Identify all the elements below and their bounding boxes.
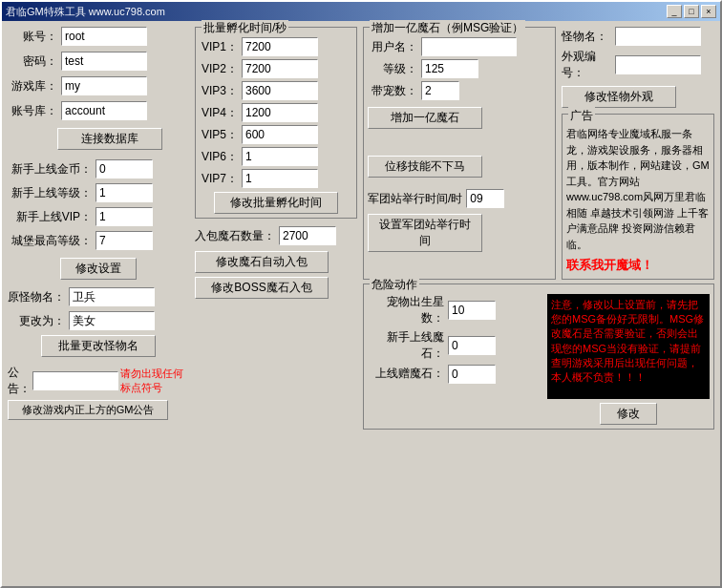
vip7-row: VIP7： [200, 169, 352, 188]
accountdb-row: 账号库： [8, 101, 189, 120]
monster-section: 原怪物名： 更改为： 批量更改怪物名 [8, 287, 189, 357]
window-title: 君临GM特殊工具 www.uc798.com [6, 5, 165, 19]
add-magic-button[interactable]: 增加一亿魔石 [368, 107, 482, 129]
modify-settings-button[interactable]: 修改设置 [60, 258, 137, 280]
newplayer-vip-input[interactable] [96, 207, 153, 226]
castle-max-input[interactable] [96, 231, 153, 250]
batch-change-monster-button[interactable]: 批量更改怪物名 [41, 335, 156, 357]
original-monster-input[interactable] [69, 287, 155, 306]
close-button[interactable]: × [701, 5, 716, 18]
ad-title: 广告 [568, 107, 595, 124]
external-code-label: 外观编号： [562, 49, 611, 81]
vip4-row: VIP4： [200, 103, 352, 122]
pet-star-label: 宠物出生星数： [368, 294, 444, 326]
vip3-label: VIP3： [200, 83, 238, 99]
gamedb-input[interactable] [61, 76, 147, 95]
level-row: 等级： [368, 59, 551, 78]
newplayer-magic-label: 新手上线魔石： [368, 329, 444, 362]
username-label: 用户名： [368, 39, 417, 55]
external-code-input[interactable] [615, 55, 701, 74]
change-to-label: 更改为： [8, 313, 65, 329]
account-row: 账号： [8, 27, 189, 46]
army-time-row: 军团站举行时间/时 [368, 189, 551, 208]
middle-column: 批量孵化时间/秒 VIP1： VIP2： VIP3： VIP4： [195, 27, 357, 580]
vip6-row: VIP6： [200, 147, 352, 166]
modify-batch-hatch-button[interactable]: 修改批量孵化时间 [214, 192, 338, 214]
right-side: 怪物名： 外观编号： 修改怪物外观 广告 君临网络专业魔域私服一条龙，游戏架设服… [562, 27, 714, 280]
monster-name-label: 怪物名： [562, 29, 611, 45]
maximize-button[interactable]: □ [684, 5, 699, 18]
password-input[interactable] [61, 52, 147, 71]
modify-boss-magic-button[interactable]: 修改BOSS魔石入包 [195, 277, 329, 299]
move-skill-button[interactable]: 位移技能不下马 [368, 156, 482, 178]
online-gift-input[interactable] [448, 365, 496, 384]
level-input[interactable] [421, 59, 478, 78]
pet-star-row: 宠物出生星数： [368, 294, 542, 326]
newplayer-vip-label: 新手上线VIP： [8, 209, 92, 225]
vip7-label: VIP7： [200, 171, 238, 187]
castle-max-row: 城堡最高等级： [8, 231, 189, 250]
window-controls: _ □ × [667, 5, 716, 18]
right-column: 增加一亿魔石（例MSG验证） 用户名： 等级： 带宠数： 增加一亿魔石 [363, 27, 714, 580]
entry-magic-input[interactable] [279, 226, 336, 245]
gamedb-row: 游戏库： [8, 76, 189, 95]
pet-count-input[interactable] [421, 81, 459, 100]
connect-button[interactable]: 连接数据库 [57, 128, 162, 150]
army-label: 军团站举行时间/时 [368, 191, 462, 207]
newplayer-section: 新手上线金币： 新手上线等级： 新手上线VIP： 城堡最高等级： [8, 159, 189, 252]
left-column: 账号： 密码： 游戏库： 账号库： 连接数据库 新手上线金币： [8, 27, 189, 580]
vip2-row: VIP2： [200, 59, 352, 78]
username-input[interactable] [421, 37, 517, 56]
castle-max-label: 城堡最高等级： [8, 233, 92, 249]
vip4-input[interactable] [242, 103, 318, 122]
warning-and-modify: 注意，修改以上设置前，请先把您的MSG备份好无限制。MSG修改魔石是否需要验证，… [547, 294, 710, 425]
newplayer-level-input[interactable] [96, 183, 153, 202]
entry-magic-row: 入包魔石数量： [195, 226, 357, 245]
modify-announcement-button[interactable]: 修改游戏内正上方的GM公告 [8, 400, 168, 420]
newplayer-magic-input[interactable] [448, 336, 496, 355]
vip4-label: VIP4： [200, 105, 238, 121]
monster-name-section: 怪物名： 外观编号： 修改怪物外观 [562, 27, 714, 110]
vip1-input[interactable] [242, 37, 318, 56]
password-label: 密码： [8, 53, 57, 70]
ad-text: 君临网络专业魔域私服一条龙，游戏架设服务，服务器相用，版本制作，网站建设，GM工… [566, 126, 710, 252]
set-army-button[interactable]: 设置军团站举行时间 [368, 214, 482, 252]
modify-appearance-button[interactable]: 修改怪物外观 [562, 86, 676, 108]
level-label: 等级： [368, 61, 417, 77]
vip2-input[interactable] [242, 59, 318, 78]
newplayer-gold-label: 新手上线金币： [8, 161, 92, 178]
newplayer-level-label: 新手上线等级： [8, 185, 92, 201]
vip5-label: VIP5： [200, 127, 238, 143]
external-code-row: 外观编号： [562, 49, 714, 81]
change-to-input[interactable] [69, 311, 155, 330]
warning-box: 注意，修改以上设置前，请先把您的MSG备份好无限制。MSG修改魔石是否需要验证，… [547, 294, 710, 399]
vip2-label: VIP2： [200, 61, 238, 77]
minimize-button[interactable]: _ [667, 5, 682, 18]
original-monster-row: 原怪物名： [8, 287, 189, 306]
vip3-input[interactable] [242, 81, 318, 100]
modify-magic-auto-button[interactable]: 修改魔石自动入包 [195, 251, 329, 273]
ad-box: 广告 君临网络专业魔域私服一条龙，游戏架设服务，服务器相用，版本制作，网站建设，… [562, 114, 714, 280]
accountdb-input[interactable] [61, 101, 147, 120]
monster-name-input[interactable] [615, 27, 701, 46]
magic-stone-box: 增加一亿魔石（例MSG验证） 用户名： 等级： 带宠数： 增加一亿魔石 [363, 27, 556, 280]
title-bar: 君临GM特殊工具 www.uc798.com _ □ × [2, 2, 720, 21]
newplayer-gold-input[interactable] [96, 159, 153, 178]
newplayer-level-row: 新手上线等级： [8, 183, 189, 202]
pet-star-input[interactable] [448, 301, 496, 320]
batch-hatch-box: 批量孵化时间/秒 VIP1： VIP2： VIP3： VIP4： [195, 27, 357, 219]
danger-inner: 宠物出生星数： 新手上线魔石： 上线赠魔石： [368, 294, 710, 425]
announcement-section: 公告： 请勿出现任何标点符号 修改游戏内正上方的GM公告 [8, 365, 189, 420]
vip5-input[interactable] [242, 125, 318, 144]
account-input[interactable] [61, 27, 147, 46]
online-gift-label: 上线赠魔石： [368, 366, 444, 382]
vip5-row: VIP5： [200, 125, 352, 144]
vip7-input[interactable] [242, 169, 318, 188]
announcement-input[interactable] [32, 371, 118, 390]
password-row: 密码： [8, 52, 189, 71]
change-to-row: 更改为： [8, 311, 189, 330]
vip6-input[interactable] [242, 147, 318, 166]
danger-modify-button[interactable]: 修改 [600, 403, 657, 425]
army-input[interactable] [466, 189, 504, 208]
entry-label: 入包魔石数量： [195, 228, 275, 244]
